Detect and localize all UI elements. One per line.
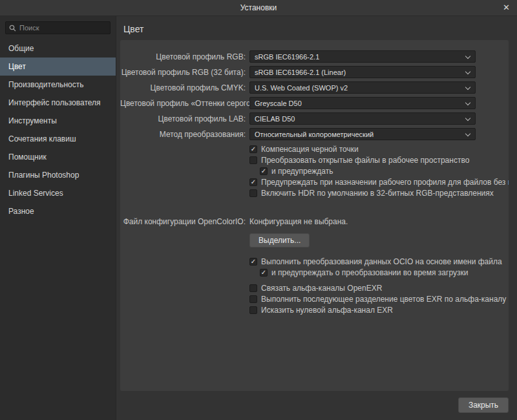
dropdown-value: Относительный колорометрический xyxy=(255,131,374,138)
checkbox-checked[interactable]: ✓ xyxy=(260,269,268,277)
checkbox-label: Исказить нулевой альфа-канал EXR xyxy=(261,306,393,315)
sidebar-item-9[interactable]: Разное xyxy=(0,202,116,220)
ocio-config-row: Файл конфигурации OpenColorIO: Конфигура… xyxy=(120,216,509,227)
sidebar-nav: ОбщиеЦветПроизводительностьИнтерфейс пол… xyxy=(0,39,116,220)
chevron-down-icon xyxy=(465,54,470,59)
checkbox-row[interactable]: ✓и предупреждать xyxy=(260,165,509,176)
sidebar-item-7[interactable]: Плагины Photoshop xyxy=(0,166,116,184)
checkbox-label: Выполнить преобразования данных OCIO на … xyxy=(261,257,502,266)
profile-row-rgb-32bit: Цветовой профиль RGB (32 бита):sRGB IEC6… xyxy=(120,65,509,79)
checkbox-checked[interactable]: ✓ xyxy=(249,178,257,186)
chevron-down-icon xyxy=(465,85,470,90)
ocio-config-status: Конфигурация не выбрана. xyxy=(249,217,348,226)
field-label: Цветовой профиль RGB: xyxy=(120,52,246,61)
dropdown-rgb-32bit[interactable]: sRGB IEC61966-2.1 (Linear) xyxy=(249,66,476,78)
dropdown-value: Greyscale D50 xyxy=(255,100,302,107)
sidebar-item-1[interactable]: Цвет xyxy=(0,58,116,76)
checkbox-row[interactable]: ✓и предупреждать о преобразовании во вре… xyxy=(260,267,509,278)
profile-row-greyscale: Цветовой профиль «Оттенки серого»:Greysc… xyxy=(120,96,509,110)
titlebar[interactable]: Установки ✕ xyxy=(0,0,517,16)
ocio-select-row: Выделить... xyxy=(249,233,509,247)
dropdown-greyscale[interactable]: Greyscale D50 xyxy=(249,97,476,109)
dropdown-value: sRGB IEC61966-2.1 xyxy=(255,53,319,61)
checkbox-row[interactable]: Преобразовать открытые файлы в рабочее п… xyxy=(249,154,509,165)
search-input[interactable] xyxy=(19,24,107,32)
checkbox-label: Преобразовать открытые файлы в рабочее п… xyxy=(261,156,469,165)
sidebar-item-2[interactable]: Производительность xyxy=(0,76,116,94)
checkbox-checked[interactable]: ✓ xyxy=(260,167,268,175)
sidebar-item-5[interactable]: Сочетания клавиш xyxy=(0,130,116,148)
checkbox-row[interactable]: ✓Выполнить преобразования данных OCIO на… xyxy=(249,256,509,267)
ocio-config-label: Файл конфигурации OpenColorIO: xyxy=(120,217,246,226)
checkbox-label: и предупреждать xyxy=(271,167,333,176)
chevron-down-icon xyxy=(465,100,470,105)
profile-row-lab: Цветовой профиль LAB:CIELAB D50 xyxy=(120,111,509,126)
field-label: Цветовой профиль RGB (32 бита): xyxy=(120,68,246,77)
checkbox-unchecked[interactable] xyxy=(249,284,257,292)
field-label: Цветовой профиль LAB: xyxy=(120,114,246,123)
dropdown-rendering-intent[interactable]: Относительный колорометрический xyxy=(249,128,476,140)
checkbox-row[interactable]: Исказить нулевой альфа-канал EXR xyxy=(249,304,509,315)
profile-row-rendering-intent: Метод преобразования:Относительный колор… xyxy=(120,127,509,142)
checkbox-checked[interactable]: ✓ xyxy=(249,258,257,266)
dropdown-rgb[interactable]: sRGB IEC61966-2.1 xyxy=(249,50,476,63)
checkbox-row[interactable]: Выполнить последующее разделение цветов … xyxy=(249,293,509,304)
checkbox-label: Связать альфа-каналы OpenEXR xyxy=(261,284,382,293)
checkbox-row[interactable]: ✓Предупреждать при назначении рабочего п… xyxy=(249,176,509,187)
close-button[interactable]: Закрыть xyxy=(458,397,509,413)
profile-rows: Цветовой профиль RGB:sRGB IEC61966-2.1Цв… xyxy=(120,49,509,142)
dropdown-cmyk[interactable]: U.S. Web Coated (SWOP) v2 xyxy=(249,81,476,94)
search-icon xyxy=(9,25,16,32)
preferences-dialog: Установки ✕ ОбщиеЦветПроизводительностьИ… xyxy=(0,0,517,420)
checkbox-row[interactable]: ✓Компенсация черной точки xyxy=(249,143,509,154)
dialog-footer: Закрыть xyxy=(458,397,509,413)
sidebar-item-3[interactable]: Интерфейс пользователя xyxy=(0,94,116,112)
search-box[interactable] xyxy=(5,21,111,34)
dropdown-lab[interactable]: CIELAB D50 xyxy=(249,112,476,125)
select-ocio-button[interactable]: Выделить... xyxy=(249,233,310,247)
checkbox-row[interactable]: Связать альфа-каналы OpenEXR xyxy=(249,282,509,293)
dropdown-value: sRGB IEC61966-2.1 (Linear) xyxy=(255,68,346,76)
checkbox-unchecked[interactable] xyxy=(249,156,257,164)
chevron-down-icon xyxy=(465,131,470,136)
field-label: Цветовой профиль CMYK: xyxy=(120,83,246,92)
checkbox-unchecked[interactable] xyxy=(249,189,257,197)
checkbox-label: Компенсация черной точки xyxy=(261,145,359,154)
chevron-down-icon xyxy=(465,69,470,74)
profile-row-cmyk: Цветовой профиль CMYK:U.S. Web Coated (S… xyxy=(120,80,509,95)
checkbox-label: Предупреждать при назначении рабочего пр… xyxy=(261,178,509,187)
checkbox-label: Выполнить последующее разделение цветов … xyxy=(261,295,506,304)
sidebar-item-6[interactable]: Помощник xyxy=(0,148,116,166)
main-content: Цвет Цветовой профиль RGB:sRGB IEC61966-… xyxy=(117,16,517,420)
settings-panel: Цветовой профиль RGB:sRGB IEC61966-2.1Цв… xyxy=(120,40,509,391)
field-label: Метод преобразования: xyxy=(120,130,246,139)
close-icon[interactable]: ✕ xyxy=(503,3,510,12)
window-title: Установки xyxy=(240,3,277,12)
checkbox-checked[interactable]: ✓ xyxy=(249,145,257,153)
field-label: Цветовой профиль «Оттенки серого»: xyxy=(120,99,246,108)
checkbox-row[interactable]: Включить HDR по умолчанию в 32-битных RG… xyxy=(249,187,509,198)
checkbox-label: Включить HDR по умолчанию в 32-битных RG… xyxy=(261,189,494,198)
sidebar: ОбщиеЦветПроизводительностьИнтерфейс пол… xyxy=(0,16,116,420)
color-checkboxes: ✓Компенсация черной точкиПреобразовать о… xyxy=(120,143,509,198)
sidebar-item-0[interactable]: Общие xyxy=(0,39,116,58)
profile-row-rgb: Цветовой профиль RGB:sRGB IEC61966-2.1 xyxy=(120,49,509,64)
checkbox-unchecked[interactable] xyxy=(249,295,257,303)
sidebar-item-4[interactable]: Инструменты xyxy=(0,112,116,130)
dropdown-value: CIELAB D50 xyxy=(255,115,295,123)
ocio-checkboxes: ✓Выполнить преобразования данных OCIO на… xyxy=(120,256,509,315)
page-title: Цвет xyxy=(117,16,517,34)
checkbox-label: и предупреждать о преобразовании во врем… xyxy=(271,268,468,277)
sidebar-item-8[interactable]: Linked Services xyxy=(0,184,116,202)
chevron-down-icon xyxy=(465,116,470,121)
dropdown-value: U.S. Web Coated (SWOP) v2 xyxy=(255,84,348,92)
checkbox-unchecked[interactable] xyxy=(249,306,257,314)
